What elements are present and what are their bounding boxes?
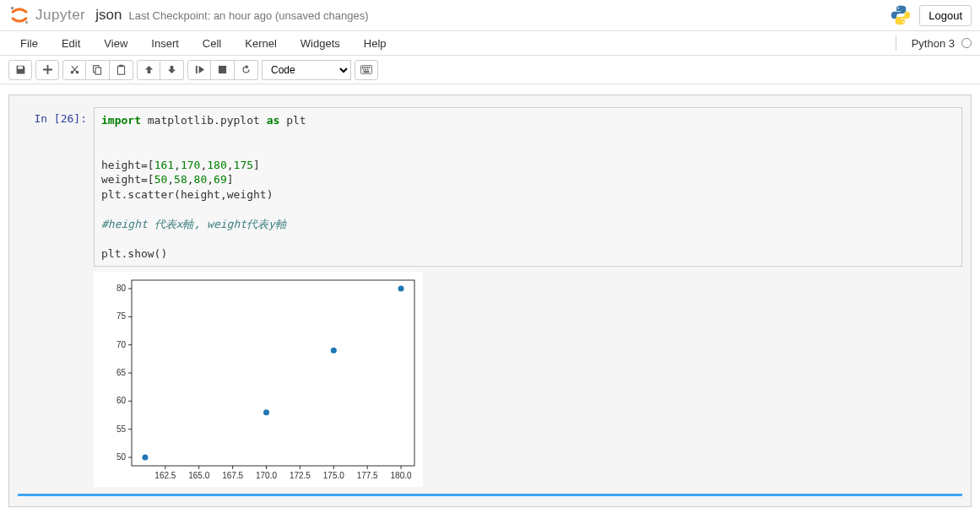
checkpoint-status: Last Checkpoint: an hour ago (unsaved ch… (128, 9, 368, 22)
paste-button[interactable] (110, 60, 133, 80)
svg-rect-18 (364, 71, 370, 73)
menu-view[interactable]: View (92, 33, 139, 54)
menu-insert[interactable]: Insert (139, 33, 191, 54)
svg-point-2 (898, 8, 900, 9)
selected-cell-indicator (18, 494, 962, 496)
kernel-status-icon (961, 38, 972, 48)
svg-rect-16 (365, 69, 366, 71)
cut-button[interactable] (62, 60, 86, 80)
svg-rect-12 (364, 67, 365, 68)
header-bar: Jupyter json Last Checkpoint: an hour ag… (0, 0, 980, 27)
svg-point-51 (263, 410, 269, 416)
svg-text:167.5: 167.5 (222, 471, 243, 480)
notebook-name[interactable]: json (95, 7, 122, 24)
svg-rect-15 (363, 69, 365, 71)
svg-rect-14 (369, 67, 371, 68)
svg-rect-7 (119, 65, 123, 67)
run-button[interactable] (187, 60, 211, 80)
move-down-button[interactable] (160, 60, 184, 80)
restart-button[interactable] (235, 60, 258, 80)
command-palette-button[interactable] (355, 60, 378, 80)
scatter-plot: 50556065707580162.5165.0167.5170.0172.51… (94, 272, 423, 487)
copy-button[interactable] (86, 60, 110, 80)
code-cell[interactable]: In [26]: import matplotlib.pyplot as plt… (18, 107, 962, 267)
svg-rect-11 (362, 67, 364, 68)
svg-text:75: 75 (116, 312, 127, 322)
svg-point-53 (331, 348, 337, 354)
svg-text:170.0: 170.0 (256, 471, 277, 480)
svg-text:162.5: 162.5 (154, 471, 176, 480)
kernel-indicator: Python 3 (896, 35, 972, 51)
save-button[interactable] (8, 60, 32, 80)
restart-icon (241, 64, 252, 75)
copy-icon (92, 64, 103, 75)
jupyter-logo[interactable]: Jupyter (8, 4, 85, 26)
cell-type-select[interactable]: Code (262, 60, 351, 80)
svg-rect-13 (366, 67, 368, 68)
logout-button[interactable]: Logout (919, 5, 972, 26)
output-prompt (18, 268, 94, 487)
svg-point-3 (902, 21, 904, 23)
kernel-name: Python 3 (912, 37, 955, 50)
jupyter-logo-text: Jupyter (35, 7, 85, 24)
svg-text:165.0: 165.0 (188, 471, 209, 480)
svg-text:175.0: 175.0 (323, 471, 344, 480)
move-up-button[interactable] (137, 60, 160, 80)
scissors-icon (69, 64, 80, 75)
python-logo-icon (889, 3, 912, 27)
svg-text:60: 60 (116, 397, 127, 406)
arrow-up-icon (144, 65, 154, 74)
svg-point-1 (25, 21, 28, 24)
output-area: 50556065707580162.5165.0167.5170.0172.51… (94, 268, 962, 487)
output-cell: 50556065707580162.5165.0167.5170.0172.51… (18, 268, 962, 487)
menu-cell[interactable]: Cell (191, 33, 233, 54)
menu-widgets[interactable]: Widgets (289, 33, 352, 54)
menu-help[interactable]: Help (352, 33, 398, 54)
keyboard-icon (360, 65, 372, 74)
insert-cell-button[interactable] (35, 60, 59, 80)
stop-icon (218, 65, 227, 74)
menu-edit[interactable]: Edit (50, 33, 92, 54)
jupyter-logo-icon (8, 4, 30, 26)
svg-point-0 (11, 7, 14, 9)
run-icon (195, 65, 204, 74)
svg-text:65: 65 (116, 368, 127, 377)
svg-rect-5 (95, 68, 101, 74)
svg-text:70: 70 (116, 340, 127, 349)
svg-rect-17 (367, 69, 369, 71)
svg-text:177.5: 177.5 (357, 471, 378, 480)
svg-point-52 (398, 286, 404, 292)
svg-rect-6 (117, 66, 124, 74)
svg-point-50 (142, 455, 148, 461)
menu-bar: File Edit View Insert Cell Kernel Widget… (0, 30, 980, 56)
svg-text:55: 55 (116, 424, 127, 434)
code-input[interactable]: import matplotlib.pyplot as plt height=[… (94, 107, 962, 267)
save-icon (15, 64, 26, 75)
svg-rect-9 (219, 66, 226, 73)
svg-rect-19 (132, 280, 414, 466)
toolbar: Code (0, 56, 980, 84)
plus-icon (43, 65, 52, 74)
svg-text:172.5: 172.5 (290, 471, 311, 480)
menu-file[interactable]: File (8, 33, 50, 54)
paste-icon (116, 64, 127, 75)
interrupt-button[interactable] (211, 60, 235, 80)
notebook-area: In [26]: import matplotlib.pyplot as plt… (8, 95, 972, 507)
svg-rect-8 (195, 66, 197, 73)
arrow-down-icon (167, 65, 176, 74)
menu-kernel[interactable]: Kernel (233, 33, 289, 54)
svg-text:180.0: 180.0 (391, 471, 412, 480)
svg-text:50: 50 (116, 452, 127, 462)
svg-text:80: 80 (116, 284, 127, 293)
input-prompt: In [26]: (18, 107, 94, 267)
